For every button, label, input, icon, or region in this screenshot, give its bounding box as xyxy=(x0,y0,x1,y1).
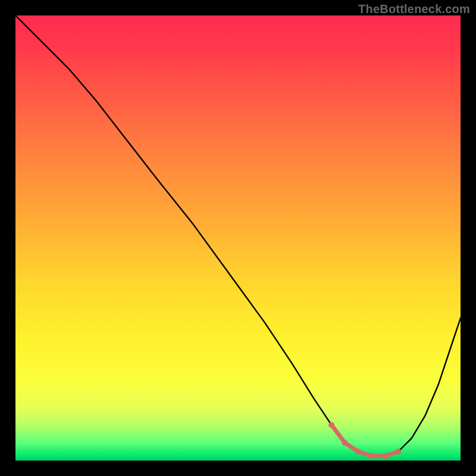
optimal-range-dot xyxy=(355,449,361,455)
watermark-text: TheBottleneck.com xyxy=(358,2,470,16)
optimal-range-dot xyxy=(328,422,334,428)
optimal-range-dot xyxy=(368,453,374,459)
bottleneck-curve xyxy=(15,15,461,456)
optimal-range-dot xyxy=(395,449,401,455)
chart-stage: TheBottleneck.com xyxy=(0,0,476,476)
plot-area xyxy=(15,15,461,461)
optimal-range-marker xyxy=(331,425,398,456)
optimal-range-dot xyxy=(382,453,388,459)
optimal-range-dot xyxy=(342,440,348,446)
chart-svg xyxy=(15,15,461,461)
